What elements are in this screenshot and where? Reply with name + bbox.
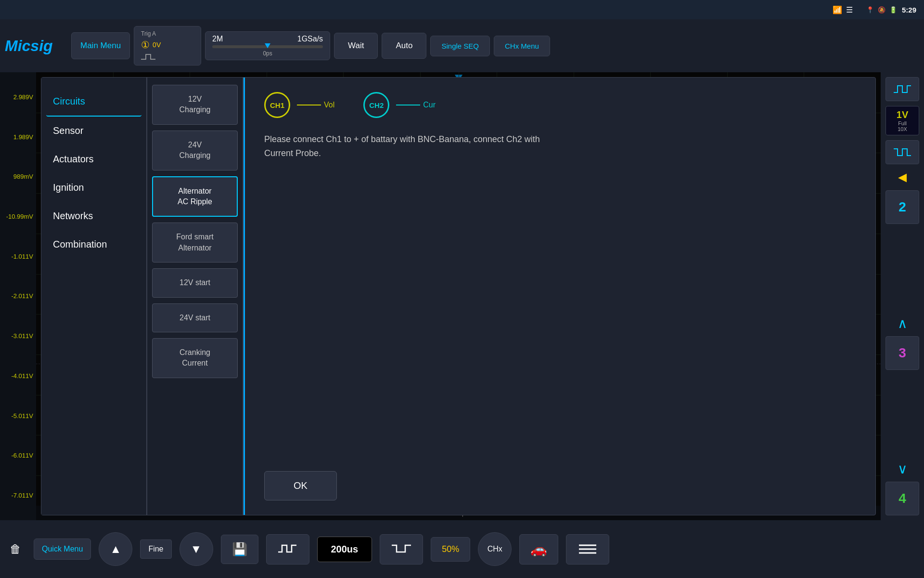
menu-icon: ☰ bbox=[846, 5, 853, 14]
channel-indicators: CH1 Vol CH2 Cur bbox=[264, 92, 856, 118]
waveform-btn-2[interactable] bbox=[380, 534, 423, 565]
trigger-section: Trig A ① 0V bbox=[134, 26, 201, 66]
ch2-line: Cur bbox=[396, 101, 436, 109]
trigger-value: 0V bbox=[153, 41, 161, 49]
ch3-button[interactable]: 3 bbox=[886, 336, 919, 370]
circuit-buttons-panel: 12VCharging 24VCharging AlternatorAC Rip… bbox=[147, 78, 244, 515]
quick-menu-button[interactable]: Quick Menu bbox=[34, 539, 91, 560]
voltage-sub: Full10X bbox=[889, 120, 916, 132]
dialog-instruction: Please connect Ch1 to + of battary with … bbox=[264, 132, 553, 160]
percent-button[interactable]: 50% bbox=[431, 537, 470, 562]
wifi-icon: 📶 bbox=[833, 5, 842, 14]
ch4-button[interactable]: 4 bbox=[886, 482, 919, 515]
ch1-circle: CH1 bbox=[264, 92, 290, 118]
arrow-left-indicator: ◄ bbox=[895, 169, 910, 185]
circuit-btn-12v-charging[interactable]: 12VCharging bbox=[152, 85, 238, 125]
triangle-down-button[interactable]: ▼ bbox=[180, 532, 213, 566]
header-toolbar: Micsig Main Menu Trig A ① 0V 2M 1GSa/s 0… bbox=[0, 19, 924, 72]
triangle-up-button[interactable]: ▲ bbox=[99, 532, 132, 566]
status-icons: 📶 ☰ 📍 🔕 🔋 bbox=[833, 5, 897, 14]
time-offset: 0ps bbox=[212, 50, 323, 57]
y-label-10: -7.011V bbox=[0, 492, 36, 499]
circuit-btn-alternator-ac-ripple[interactable]: AlternatorAC Ripple bbox=[152, 176, 238, 217]
dialog-overlay: Circuits Sensor Actuators Ignition Netwo… bbox=[36, 72, 881, 520]
time-base-section[interactable]: 2M 1GSa/s 0ps bbox=[205, 31, 330, 60]
ch1-line: Vol bbox=[297, 101, 334, 109]
triangle-up-icon: ▲ bbox=[110, 542, 121, 556]
save-button[interactable]: 💾 bbox=[221, 535, 258, 564]
y-label-7: -4.011V bbox=[0, 372, 36, 380]
clock-display: 5:29 bbox=[902, 6, 916, 14]
y-label-0: 2.989V bbox=[0, 93, 36, 101]
single-seq-button[interactable]: Single SEQ bbox=[430, 36, 490, 56]
ch1-line-bar bbox=[297, 105, 321, 105]
y-label-9: -6.011V bbox=[0, 452, 36, 459]
dialog-spacer bbox=[264, 175, 856, 457]
y-label-5: -2.011V bbox=[0, 292, 36, 300]
ch2-circle: CH2 bbox=[363, 92, 389, 118]
sidebar-item-ignition[interactable]: Ignition bbox=[46, 173, 141, 202]
triangle-down-icon: ▼ bbox=[191, 542, 202, 556]
y-label-4: -1.011V bbox=[0, 253, 36, 260]
fine-label: Fine bbox=[140, 539, 171, 559]
sidebar-item-combination[interactable]: Combination bbox=[46, 230, 141, 259]
y-label-3: -10.99mV bbox=[0, 213, 36, 220]
circuit-btn-24v-charging[interactable]: 24VCharging bbox=[152, 131, 238, 171]
chevron-down-icon[interactable]: ∨ bbox=[898, 461, 908, 477]
time-scale-left: 2M bbox=[212, 35, 223, 43]
three-bars-button[interactable] bbox=[566, 534, 609, 565]
dialog-box: Circuits Sensor Actuators Ignition Netwo… bbox=[41, 77, 876, 515]
y-label-8: -5.011V bbox=[0, 412, 36, 420]
y-axis: 2.989V 1.989V 989mV -10.99mV -1.011V -2.… bbox=[0, 72, 36, 520]
time-cursor-marker bbox=[265, 43, 270, 48]
dialog-sidebar: Circuits Sensor Actuators Ignition Netwo… bbox=[41, 78, 147, 515]
battery-icon: 🔋 bbox=[889, 6, 897, 13]
waveform-btn-1[interactable] bbox=[266, 534, 309, 565]
sidebar-item-circuits[interactable]: Circuits bbox=[46, 87, 141, 117]
circuit-btn-cranking-current[interactable]: CrankingCurrent bbox=[152, 338, 238, 378]
time-scale-right: 1GSa/s bbox=[297, 35, 323, 43]
ch2-button[interactable]: 2 bbox=[886, 190, 919, 224]
wait-button[interactable]: Wait bbox=[334, 33, 378, 59]
time-bar bbox=[212, 45, 323, 48]
notification-icon: 🔕 bbox=[878, 6, 886, 13]
waveform-up-button[interactable] bbox=[886, 77, 919, 101]
ch1-indicator: CH1 Vol bbox=[264, 92, 334, 118]
auto-button[interactable]: Auto bbox=[382, 33, 426, 59]
bottom-toolbar: 🗑 Quick Menu ▲ Fine ▼ 💾 200us 50% CHx 🚗 bbox=[0, 520, 924, 578]
chx-menu-button[interactable]: CHx Menu bbox=[494, 36, 550, 56]
app-logo: Micsig bbox=[5, 37, 63, 55]
circuit-btn-ford-smart-alternator[interactable]: Ford smartAlternator bbox=[152, 223, 238, 263]
dialog-main-content: CH1 Vol CH2 Cur bbox=[245, 78, 875, 515]
trigger-wave-icon bbox=[141, 53, 194, 61]
chevron-up-icon[interactable]: ∧ bbox=[898, 315, 908, 331]
trash-icon[interactable]: 🗑 bbox=[10, 542, 21, 556]
y-label-1: 1.989V bbox=[0, 133, 36, 141]
circuit-btn-24v-start[interactable]: 24V start bbox=[152, 303, 238, 332]
y-label-6: -3.011V bbox=[0, 332, 36, 340]
sidebar-item-networks[interactable]: Networks bbox=[46, 202, 141, 230]
location-icon: 📍 bbox=[866, 6, 874, 13]
status-bar: 📶 ☰ 📍 🔕 🔋 5:29 bbox=[0, 0, 924, 19]
main-menu-button[interactable]: Main Menu bbox=[71, 32, 130, 59]
voltage-indicator: 1V Full10X bbox=[886, 106, 919, 135]
circuit-btn-12v-start[interactable]: 12V start bbox=[152, 268, 238, 297]
ok-button[interactable]: OK bbox=[264, 471, 337, 500]
y-label-2: 989mV bbox=[0, 173, 36, 180]
trigger-label: Trig A bbox=[141, 30, 194, 37]
car-icon-button[interactable]: 🚗 bbox=[519, 534, 558, 565]
sidebar-item-actuators[interactable]: Actuators bbox=[46, 145, 141, 173]
waveform-down-button[interactable] bbox=[886, 140, 919, 164]
right-panel: 1V Full10X ◄ 2 ∧ 3 ∨ 4 bbox=[881, 72, 924, 520]
trigger-type-icon: ① bbox=[141, 39, 150, 51]
ch2-line-bar bbox=[396, 105, 420, 105]
ch2-indicator: CH2 Cur bbox=[363, 92, 436, 118]
time-period-button[interactable]: 200us bbox=[317, 537, 372, 562]
voltage-value: 1V bbox=[889, 109, 916, 120]
chx-circle-button[interactable]: CHx bbox=[478, 532, 512, 566]
sidebar-item-sensor[interactable]: Sensor bbox=[46, 117, 141, 145]
